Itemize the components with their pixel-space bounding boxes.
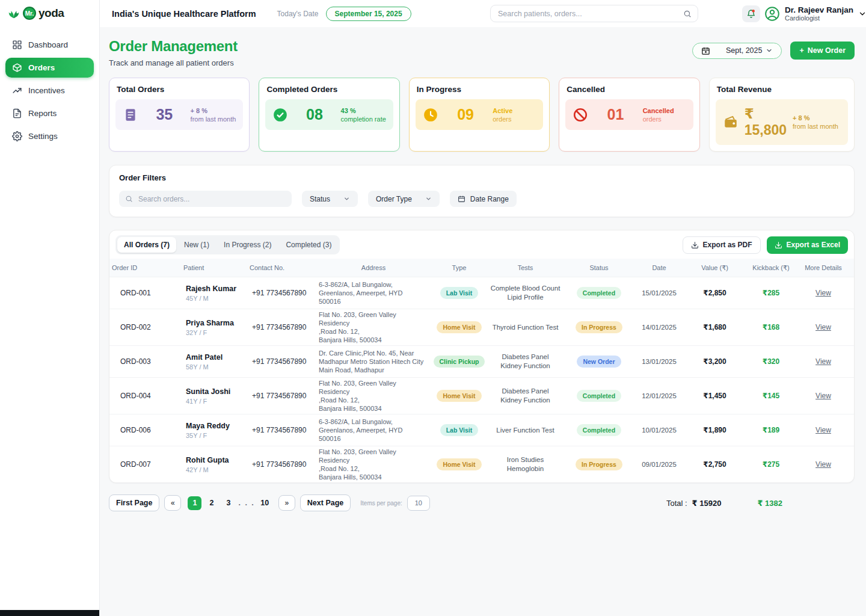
sidebar-item-label: Dashboard: [28, 40, 68, 49]
column-header: More Details: [796, 264, 851, 271]
cell-value: ₹1,680: [683, 322, 746, 333]
items-per-page-input[interactable]: [407, 496, 430, 511]
sidebar-item-incentives[interactable]: Incentives: [5, 81, 94, 100]
status-filter[interactable]: Status: [302, 191, 358, 207]
cell-patient: Rohit Gupta42Y / M: [181, 455, 247, 475]
stat-value: 09: [457, 106, 474, 123]
brand-badge: Mr.: [23, 7, 36, 20]
sidebar-item-dashboard[interactable]: Dashboard: [5, 35, 94, 55]
view-link[interactable]: View: [815, 323, 831, 331]
stat-title: Cancelled: [567, 85, 692, 94]
cell-kickback: ₹168: [746, 322, 796, 333]
export-pdf-button[interactable]: Export as PDF: [683, 236, 761, 254]
cell-type: Clinic Pickup: [431, 354, 488, 369]
cell-patient: Rajesh Kumar45Y / M: [181, 283, 247, 303]
new-order-button[interactable]: + New Order: [790, 42, 855, 60]
bell-icon: [746, 9, 756, 19]
download-icon: [691, 241, 699, 249]
order-type-filter[interactable]: Order Type: [368, 191, 440, 207]
tab-in-progress[interactable]: In Progress (2): [217, 237, 278, 253]
filters-title: Order Filters: [119, 173, 844, 182]
items-per-page-label: Items per page:: [360, 500, 402, 507]
cell-status: In Progress: [563, 457, 635, 472]
todays-date-badge: September 15, 2025: [326, 7, 411, 21]
first-page-button[interactable]: First Page: [109, 494, 159, 511]
chevron-down-icon: [425, 196, 432, 202]
page-number[interactable]: 3: [221, 496, 235, 510]
stat-value: 08: [306, 106, 323, 123]
cell-more-details: View: [796, 425, 851, 436]
view-link[interactable]: View: [815, 426, 831, 434]
sidebar-item-settings[interactable]: Settings: [5, 126, 94, 146]
type-badge: Home Visit: [437, 321, 481, 333]
cell-tests: Thyroid Function Test: [488, 322, 563, 333]
cell-date: 12/01/2025: [635, 391, 683, 401]
view-link[interactable]: View: [815, 392, 831, 400]
status-badge: New Order: [577, 356, 621, 368]
column-header: Status: [563, 264, 635, 271]
cell-contact: +91 7734567890: [247, 288, 316, 298]
tab-all[interactable]: All Orders (7): [117, 237, 176, 253]
tab-completed[interactable]: Completed (3): [279, 237, 338, 253]
cell-more-details: View: [796, 322, 851, 333]
export-excel-button[interactable]: Export as Excel: [767, 236, 848, 254]
ban-icon: [573, 107, 588, 123]
cell-address: Flat No. 203, Green Valley Residency ,Ro…: [316, 309, 431, 345]
stat-card-total-orders: Total Orders35+ 8 %from last month: [109, 78, 250, 152]
reports-icon: [12, 108, 22, 119]
cell-type: Lab Visit: [431, 286, 488, 300]
cell-date: 15/01/2025: [635, 288, 683, 298]
table-row: ORD-001Rajesh Kumar45Y / M+91 7734567890…: [109, 277, 854, 309]
notifications-button[interactable]: [742, 5, 760, 22]
date-range-filter[interactable]: Date Range: [450, 191, 517, 207]
pagination-bar: First Page « 123. . .10 » Next Page Item…: [109, 494, 855, 511]
stat-card-total-revenue: Total Revenue₹ 15,800+ 8 %from last mont…: [709, 78, 855, 152]
sidebar-item-orders[interactable]: Orders: [5, 58, 94, 78]
cell-address: Dr. Care Clinic,Plot No. 45, Near Madhap…: [316, 348, 431, 375]
cell-address: 6-3-862/A, Lal Bungalow, Greenlanos, Ame…: [316, 279, 431, 307]
platform-title: India's Unique Healthcare Platform: [112, 9, 256, 19]
prev-page-button[interactable]: «: [164, 495, 181, 511]
stat-title: Total Revenue: [717, 85, 847, 94]
column-header: Order ID: [109, 264, 181, 271]
cell-contact: +91 7734567890: [247, 390, 316, 401]
type-badge: Home Visit: [437, 458, 481, 470]
orders-search: [119, 191, 292, 207]
total-value: ₹ 15920: [692, 499, 722, 508]
page-number[interactable]: 1: [188, 496, 201, 510]
user-role: Cardiologist: [785, 14, 853, 22]
global-search-input[interactable]: [497, 9, 683, 19]
next-page-button[interactable]: Next Page: [300, 494, 351, 511]
cell-tests: Diabetes PanelKidney Function: [488, 351, 563, 372]
cell-address: Flat No. 203, Green Valley Residency ,Ro…: [316, 446, 431, 482]
table-row: ORD-004Sunita Joshi41Y / F+91 7734567890…: [109, 377, 854, 414]
search-icon: [125, 195, 133, 203]
status-badge: Completed: [577, 424, 621, 436]
cell-kickback: ₹189: [746, 425, 796, 436]
cell-order-id: ORD-007: [109, 459, 181, 470]
total-label: Total :: [666, 499, 687, 508]
cell-status: Completed: [563, 389, 635, 403]
dashboard-icon: [12, 40, 22, 50]
tab-new[interactable]: New (1): [177, 237, 216, 253]
cell-address: Flat No. 203, Green Valley Residency ,Ro…: [316, 378, 431, 414]
stat-note: 43 %completion rate: [341, 106, 386, 123]
page-number[interactable]: 10: [258, 496, 272, 510]
cell-patient: Amit Patel58Y / M: [181, 352, 247, 372]
cell-date: 10/01/2025: [635, 425, 683, 435]
user-name: Dr. Rajeev Ranjan: [785, 5, 853, 14]
user-profile[interactable]: Dr. Rajeev Ranjan Cardiologist: [764, 5, 866, 22]
page-number[interactable]: 2: [204, 496, 218, 510]
month-selector[interactable]: Sept, 2025: [692, 43, 782, 59]
column-header: Tests: [488, 264, 563, 271]
order-tabs: All Orders (7)New (1)In Progress (2)Comp…: [115, 235, 340, 254]
cell-status: New Order: [563, 354, 635, 369]
order-filters-card: Order Filters Status Order Type: [109, 165, 855, 217]
view-link[interactable]: View: [815, 289, 831, 297]
next-page-arrow-button[interactable]: »: [278, 495, 295, 511]
sidebar-item-reports[interactable]: Reports: [5, 103, 94, 123]
view-link[interactable]: View: [815, 460, 831, 469]
view-link[interactable]: View: [815, 357, 831, 366]
orders-search-input[interactable]: [137, 194, 286, 204]
sidebar: Mr. yoda DashboardOrdersIncentivesReport…: [0, 0, 100, 616]
